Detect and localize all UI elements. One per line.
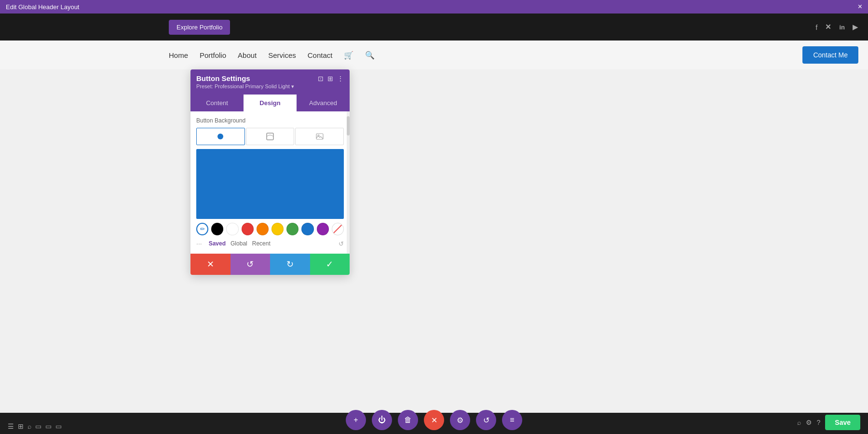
nav-links: Home Portfolio About Services Contact 🛒 … — [169, 51, 375, 60]
history-action-button[interactable]: ↺ — [476, 410, 496, 430]
panel-header-icons: ⊡ ⊞ ⋮ — [318, 75, 344, 82]
top-bar: Edit Global Header Layout × — [0, 0, 868, 14]
explore-portfolio-button[interactable]: Explore Portfolio — [169, 20, 230, 35]
top-bar-title: Edit Global Header Layout — [6, 3, 79, 11]
section-label: Button Background — [196, 117, 344, 124]
left-toolbar: ☰ ⊞ ⌕ ▭ ▭ ▭ — [8, 422, 62, 430]
search-icon[interactable]: 🔍 — [365, 51, 375, 60]
bottom-search-icon[interactable]: ⌕ — [27, 422, 31, 430]
bottom-right-help-icon[interactable]: ? — [817, 419, 821, 426]
button-settings-panel: Button Settings ⊡ ⊞ ⋮ Preset: Profession… — [190, 69, 350, 275]
scroll-thumb — [347, 116, 350, 136]
color-picker-pencil[interactable]: ✏ — [196, 223, 208, 235]
bottom-right-search-icon[interactable]: ⌕ — [797, 419, 801, 426]
panel-confirm-button[interactable]: ✓ — [310, 254, 350, 275]
bottom-right: ⌕ ⚙ ? Save — [797, 415, 861, 430]
nav-right: Contact Me — [802, 46, 858, 64]
layout-action-button[interactable]: ≡ — [502, 410, 522, 430]
nav-home[interactable]: Home — [169, 51, 188, 59]
site-nav: Home Portfolio About Services Contact 🛒 … — [0, 41, 868, 69]
delete-action-button[interactable]: 🗑 — [398, 410, 418, 430]
panel-expand-icon[interactable]: ⊡ — [318, 75, 324, 82]
refresh-icon[interactable]: ↺ — [339, 240, 344, 247]
bottom-tablet-icon[interactable]: ▭ — [45, 422, 52, 430]
panel-more-icon[interactable]: ⋮ — [337, 75, 344, 82]
svg-point-0 — [217, 134, 223, 139]
panel-footer: ✕ ↺ ↻ ✓ — [190, 254, 350, 275]
panel-redo-button[interactable]: ↻ — [270, 254, 310, 275]
bottom-menu-icon[interactable]: ☰ — [8, 422, 14, 430]
bottom-toolbar: ☰ ⊞ ⌕ ▭ ▭ ▭ + ⏻ 🗑 ✕ ⚙ ↺ ≡ ⌕ ⚙ ? Save — [0, 413, 868, 434]
panel-title: Button Settings — [196, 74, 250, 82]
color-tab-global[interactable]: Global — [229, 239, 249, 248]
bg-type-row — [196, 128, 344, 145]
tab-advanced[interactable]: Advanced — [297, 95, 350, 111]
color-preview[interactable] — [196, 149, 344, 219]
power-action-button[interactable]: ⏻ — [372, 410, 392, 430]
panel-cancel-button[interactable]: ✕ — [190, 254, 231, 275]
panel-body: Button Background ✏ — [190, 111, 350, 254]
panel-tabs: Content Design Advanced — [190, 95, 350, 111]
panel-header: Button Settings ⊡ ⊞ ⋮ Preset: Profession… — [190, 69, 350, 95]
swatch-black[interactable] — [211, 223, 223, 235]
panel-preset[interactable]: Preset: Professional Primary Solid Light… — [196, 82, 344, 93]
swatch-none[interactable] — [332, 223, 344, 235]
bg-type-image[interactable] — [295, 128, 344, 145]
bottom-mobile-icon[interactable]: ▭ — [55, 422, 62, 430]
swatches-more-icon[interactable]: ··· — [196, 240, 202, 247]
swatch-orange[interactable] — [257, 223, 269, 235]
bg-type-color[interactable] — [196, 128, 245, 145]
swatch-purple[interactable] — [317, 223, 329, 235]
panel-split-icon[interactable]: ⊞ — [327, 75, 333, 82]
save-button[interactable]: Save — [825, 415, 860, 430]
color-tab-recent[interactable]: Recent — [250, 239, 272, 248]
youtube-icon[interactable]: ▶ — [853, 23, 858, 31]
site-header-top: Explore Portfolio f ✕ in ▶ — [0, 14, 868, 41]
color-tab-saved[interactable]: Saved — [207, 239, 228, 248]
svg-rect-2 — [316, 134, 323, 139]
swatch-blue[interactable] — [301, 223, 313, 235]
top-bar-close[interactable]: × — [858, 2, 862, 11]
linkedin-icon[interactable]: in — [839, 24, 845, 31]
cart-icon[interactable]: 🛒 — [344, 51, 353, 60]
close-action-button[interactable]: ✕ — [424, 410, 444, 430]
bottom-desktop-icon[interactable]: ▭ — [35, 422, 41, 430]
tab-design[interactable]: Design — [244, 95, 297, 111]
twitter-icon[interactable]: ✕ — [825, 23, 831, 31]
nav-about[interactable]: About — [238, 51, 257, 59]
bottom-center-actions: + ⏻ 🗑 ✕ ⚙ ↺ ≡ — [346, 410, 522, 430]
bottom-right-settings-icon[interactable]: ⚙ — [806, 419, 812, 426]
nav-contact[interactable]: Contact — [308, 51, 333, 59]
svg-rect-1 — [267, 133, 273, 140]
color-swatches: ✏ — [196, 223, 344, 235]
nav-portfolio[interactable]: Portfolio — [200, 51, 226, 59]
tab-content[interactable]: Content — [190, 95, 244, 111]
settings-action-button[interactable]: ⚙ — [450, 410, 470, 430]
swatch-yellow[interactable] — [271, 223, 284, 235]
add-action-button[interactable]: + — [346, 410, 366, 430]
swatch-green[interactable] — [286, 223, 298, 235]
main-content: Button Settings ⊡ ⊞ ⋮ Preset: Profession… — [0, 69, 868, 413]
social-icons: f ✕ in ▶ — [815, 23, 858, 31]
swatch-white[interactable] — [226, 223, 238, 235]
facebook-icon[interactable]: f — [815, 23, 817, 31]
color-tabs-row: ··· Saved Global Recent ↺ — [196, 239, 344, 248]
bg-type-gradient[interactable] — [246, 128, 295, 145]
bottom-grid-icon[interactable]: ⊞ — [18, 422, 24, 430]
swatch-red[interactable] — [242, 223, 254, 235]
panel-undo-button[interactable]: ↺ — [231, 254, 271, 275]
scroll-track[interactable] — [347, 111, 350, 254]
nav-services[interactable]: Services — [268, 51, 296, 59]
contact-me-button[interactable]: Contact Me — [802, 46, 858, 64]
